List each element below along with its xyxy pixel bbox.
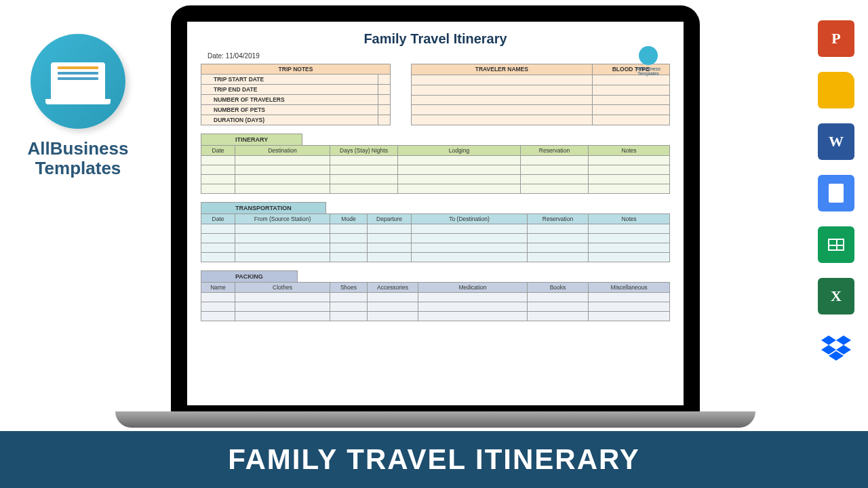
date-field: Date: 11/04/2019 bbox=[208, 52, 670, 60]
dropbox-icon bbox=[818, 329, 854, 366]
template-document: Family Travel Itinerary AllBusinessTempl… bbox=[187, 22, 684, 405]
word-icon: W bbox=[818, 123, 854, 160]
brand-name: AllBusinessTemplates bbox=[20, 139, 136, 178]
logo-circle-icon bbox=[31, 34, 125, 129]
banner-title: FAMILY TRAVEL ITINERARY bbox=[228, 443, 640, 476]
title-banner: FAMILY TRAVEL ITINERARY bbox=[0, 431, 868, 488]
trip-notes-table: TRIP NOTES TRIP START DATE TRIP END DATE… bbox=[201, 64, 391, 125]
excel-icon: X bbox=[818, 278, 854, 314]
google-sheets-icon bbox=[818, 226, 854, 263]
google-slides-icon bbox=[818, 72, 854, 108]
travelers-table: TRAVELER NAMESBLOOD TYPE bbox=[411, 64, 670, 125]
laptop-base bbox=[115, 411, 755, 428]
google-docs-icon bbox=[818, 175, 854, 211]
itinerary-section: ITINERARY DateDestinationDays (Stay) Nig… bbox=[201, 134, 670, 194]
brand-logo: AllBusinessTemplates bbox=[20, 34, 136, 178]
powerpoint-icon: P bbox=[818, 20, 854, 57]
packing-section: PACKING NameClothesShoesAccessoriesMedic… bbox=[201, 270, 670, 321]
document-brand-logo: AllBusinessTemplates bbox=[636, 46, 660, 76]
document-title: Family Travel Itinerary bbox=[201, 31, 670, 47]
transportation-section: TRANSPORTATION DateFrom (Source Station)… bbox=[201, 202, 670, 262]
format-icons: P W X bbox=[818, 20, 854, 366]
laptop-mockup: Family Travel Itinerary AllBusinessTempl… bbox=[171, 5, 700, 426]
